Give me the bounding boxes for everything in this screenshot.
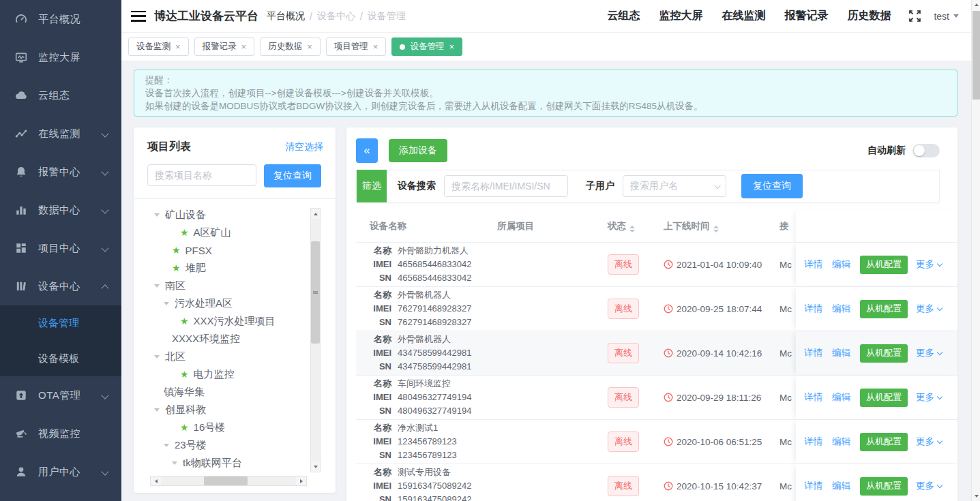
scroll-left-arrow[interactable]: [151, 476, 161, 485]
detail-link[interactable]: 详情: [804, 391, 822, 404]
edit-link[interactable]: 编辑: [832, 436, 850, 448]
sidebar-item-data-center[interactable]: 数据中心: [0, 191, 121, 229]
nav-link-alarm-records[interactable]: 报警记录: [784, 9, 828, 23]
scroll-up-arrow[interactable]: [972, 0, 980, 10]
scroll-right-arrow[interactable]: [296, 476, 306, 485]
subuser-select[interactable]: 搜索用户名: [623, 175, 726, 197]
sidebar-item-alarm-center[interactable]: 报警中心: [0, 153, 121, 191]
col-header-status[interactable]: 状态: [608, 220, 664, 232]
scroll-down-arrow[interactable]: [311, 461, 320, 472]
tree-node[interactable]: 镇海华集: [147, 383, 323, 401]
scrollbar-thumb[interactable]: [972, 11, 980, 100]
scroll-up-arrow[interactable]: [311, 209, 320, 219]
more-dropdown[interactable]: 更多: [916, 303, 942, 315]
edit-link[interactable]: 编辑: [832, 258, 850, 271]
more-dropdown[interactable]: 更多: [916, 480, 942, 492]
more-dropdown[interactable]: 更多: [916, 347, 942, 359]
project-reset-query-button[interactable]: 复位查询: [264, 164, 321, 187]
detail-link[interactable]: 详情: [804, 347, 822, 359]
user-menu[interactable]: test: [934, 11, 959, 22]
clear-selection-link[interactable]: 清空选择: [285, 141, 323, 153]
tree-node[interactable]: tk物联网平台: [147, 454, 323, 472]
slave-config-button[interactable]: 从机配置: [860, 389, 908, 407]
tree-node[interactable]: ★16号楼: [147, 419, 323, 436]
expand-arrow-icon[interactable]: [154, 355, 160, 359]
project-search-input[interactable]: [147, 164, 256, 186]
tree-node[interactable]: 创显科教: [147, 401, 323, 419]
sidebar-item-user-center[interactable]: 用户中心: [0, 453, 121, 491]
expand-arrow-icon[interactable]: [172, 461, 177, 465]
collapse-panel-button[interactable]: «: [356, 138, 378, 163]
scrollbar-thumb[interactable]: [311, 241, 320, 344]
tree-node[interactable]: 矿山设备: [147, 206, 323, 224]
expand-arrow-icon[interactable]: [154, 213, 160, 217]
slave-config-button[interactable]: 从机配置: [860, 477, 908, 496]
slave-config-button[interactable]: 从机配置: [860, 433, 908, 451]
sidebar-item-platform-overview[interactable]: 平台概况: [0, 0, 121, 38]
expand-arrow-icon[interactable]: [154, 284, 160, 288]
tab-project-management[interactable]: 项目管理×: [326, 37, 387, 56]
more-dropdown[interactable]: 更多: [916, 436, 942, 448]
detail-link[interactable]: 详情: [804, 258, 822, 271]
sidebar-item-device-template[interactable]: 设备模板: [0, 341, 121, 376]
tree-node[interactable]: 北区: [147, 348, 323, 365]
hamburger-menu-icon[interactable]: [131, 11, 146, 22]
close-icon[interactable]: ×: [175, 42, 181, 51]
col-header-online-time[interactable]: 上下线时间: [664, 220, 779, 232]
breadcrumb-item[interactable]: 平台概况: [267, 10, 305, 22]
sidebar-item-ota-management[interactable]: OTA管理: [0, 376, 121, 414]
tree-vertical-scrollbar[interactable]: [310, 208, 321, 472]
tab-alarm-records[interactable]: 报警记录×: [194, 37, 255, 56]
edit-link[interactable]: 编辑: [832, 347, 850, 359]
nav-link-history-data[interactable]: 历史数据: [847, 9, 891, 23]
detail-link[interactable]: 详情: [804, 303, 822, 315]
sidebar-item-monitor-screen[interactable]: 监控大屏: [0, 38, 121, 76]
device-reset-query-button[interactable]: 复位查询: [741, 174, 803, 198]
close-icon[interactable]: ×: [241, 42, 247, 51]
more-dropdown[interactable]: 更多: [916, 258, 942, 271]
tree-node[interactable]: ★A区矿山: [147, 224, 323, 241]
sidebar-item-cloud-config[interactable]: 云组态: [0, 76, 121, 115]
sidebar-item-online-monitoring[interactable]: 在线监测: [0, 115, 121, 153]
add-device-button[interactable]: 添加设备: [389, 139, 447, 162]
edit-link[interactable]: 编辑: [832, 303, 850, 315]
tree-node[interactable]: 南区: [147, 277, 323, 294]
close-icon[interactable]: ×: [449, 42, 454, 51]
detail-link[interactable]: 详情: [804, 436, 822, 448]
device-search-input[interactable]: [444, 175, 568, 197]
tree-node[interactable]: ★电力监控: [147, 365, 323, 383]
slave-config-button[interactable]: 从机配置: [860, 344, 908, 363]
close-icon[interactable]: ×: [307, 42, 312, 51]
tree-horizontal-scrollbar[interactable]: [150, 476, 307, 486]
nav-link-monitor-screen[interactable]: 监控大屏: [659, 9, 702, 23]
sidebar-item-device-center[interactable]: 设备中心: [0, 267, 121, 305]
scroll-down-arrow[interactable]: [972, 491, 980, 501]
more-dropdown[interactable]: 更多: [916, 391, 942, 404]
fullscreen-icon[interactable]: [908, 10, 921, 22]
tree-node[interactable]: ★XXX污水处理项目: [147, 312, 323, 330]
browser-scrollbar[interactable]: [971, 0, 980, 501]
sidebar-item-device-management[interactable]: 设备管理: [0, 305, 121, 341]
sort-icon[interactable]: [629, 226, 635, 232]
nav-link-cloud-config[interactable]: 云组态: [607, 9, 640, 23]
slave-config-button[interactable]: 从机配置: [860, 256, 908, 274]
tree-node[interactable]: 污水处理A区: [147, 294, 323, 312]
sidebar-item-project-center[interactable]: 项目中心: [0, 229, 121, 267]
expand-arrow-icon[interactable]: [164, 302, 169, 305]
edit-link[interactable]: 编辑: [832, 391, 850, 404]
tree-node[interactable]: 23号楼: [147, 436, 323, 454]
tree-node[interactable]: XXXX环境监控: [147, 330, 323, 348]
nav-link-online-monitoring[interactable]: 在线监测: [722, 9, 765, 23]
tab-device-monitoring[interactable]: 设备监测×: [128, 37, 189, 56]
close-icon[interactable]: ×: [373, 42, 378, 51]
auto-refresh-toggle[interactable]: [912, 144, 940, 157]
tree-node[interactable]: ★PFSX: [147, 241, 323, 259]
expand-arrow-icon[interactable]: [154, 408, 160, 412]
tab-history-data[interactable]: 历史数据×: [260, 37, 321, 56]
tree-node[interactable]: ★堆肥: [147, 259, 323, 277]
tab-device-management-active[interactable]: 设备管理×: [391, 37, 462, 56]
detail-link[interactable]: 详情: [804, 480, 822, 492]
scrollbar-thumb[interactable]: [204, 476, 248, 485]
sidebar-item-video-surveillance[interactable]: 视频监控: [0, 414, 121, 453]
breadcrumb-item[interactable]: 设备中心: [317, 10, 355, 22]
